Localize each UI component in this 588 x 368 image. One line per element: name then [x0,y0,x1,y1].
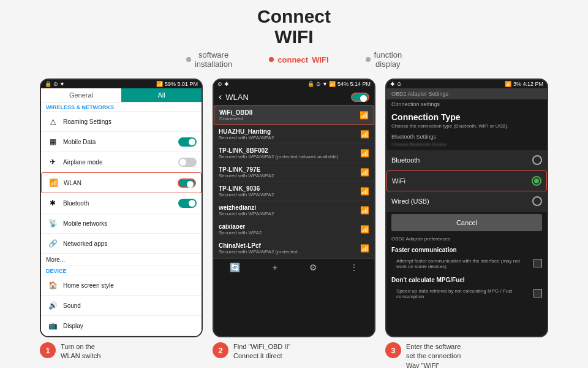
wifi-signal-icon5: 📶 [360,187,369,196]
wifi-china-sub: Secured with WPA/WPA2 (protected... [219,249,356,255]
wlan-toggle[interactable] [178,178,196,188]
wifi-weizhe-sub: Secured with WPA/WPA2 [219,211,356,217]
caption1-text: Turn on the WLAN switch [61,342,100,361]
wifi-tp3-name: TP-LINK_9036 [219,185,356,192]
homescreen-label: Home screen style [63,282,197,289]
page-header: Connect WIFI softwareinstallation connec… [0,0,588,72]
networked-apps-icon: 🔗 [46,237,59,250]
option-wired[interactable]: Wired (USB) [386,191,547,212]
wifi-radio[interactable] [532,176,541,186]
wifi-signal-icon4: 📶 [360,168,369,177]
wifi-signal-icon2: 📶 [360,130,369,139]
wifi-tp1-row[interactable]: TP-LINK_8BF002 Secured with WPA/WPA2 (pr… [214,144,374,163]
wifi-signal-icon6: 📶 [360,206,369,215]
conn-type-title: Connection Type [386,109,547,123]
bluetooth-radio[interactable] [532,155,542,165]
networked-apps-label: Networked apps [63,240,197,247]
step-function: functiondisplay [366,50,402,69]
wlan-icon: 📶 [47,176,60,190]
captions-area: 1 Turn on the WLAN switch 2 Find "WiFi_O… [0,337,588,368]
tab-bar: General All [41,88,202,102]
faster-comm-row[interactable]: Attempt faster communication with the in… [386,256,547,274]
wired-radio[interactable] [532,196,542,206]
step-wifi: connect WIFI [269,55,328,64]
option-bluetooth-label: Bluetooth [391,156,527,164]
wifi-caixi-row[interactable]: caixiaoer Secured with WPA2 📶 [214,220,374,239]
wifi-tp1-name: TP-LINK_8BF002 [219,147,356,154]
more-option[interactable]: More... [41,254,202,266]
wifi-china-row[interactable]: ChinaNet-LPcf Secured with WPA/WPA2 (pro… [214,239,374,258]
homescreen-icon: 🏠 [46,278,59,292]
option-bluetooth[interactable]: Bluetooth [386,150,547,171]
bluetooth-label: Bluetooth [63,200,175,207]
wifi-tp2-row[interactable]: TP-LINK_797E Secured with WPA/WPA2 📶 [214,163,374,182]
caption2: 2 Find "WiFi_OBD II" Connect it direct [213,342,375,368]
wifi-china-name: ChinaNet-LPcf [219,242,356,249]
airplane-icon: ✈ [46,155,59,169]
wifi-tp2-name: TP-LINK_797E [219,166,356,173]
faster-comm-title: Faster communication [386,244,547,256]
more-icon[interactable]: ⋮ [350,263,358,272]
conn-adapter-header: OBD2 Adapter Settings [386,88,547,99]
refresh-icon[interactable]: 🔄 [230,263,240,272]
wireless-section-label: WIRELESS & NETWORKS [41,102,202,112]
cancel-button[interactable]: Cancel [391,214,542,231]
step3-dot [366,57,371,62]
faster-comm-checkbox[interactable] [533,259,542,267]
wifi-caixi-sub: Secured with WPA2 [219,230,356,236]
setting-networked-apps[interactable]: 🔗 Networked apps [41,234,202,254]
dont-calc-title: Don't calculate MPG/Fuel [386,274,547,286]
setting-mobile-data[interactable]: ▦ Mobile Data [41,132,202,152]
faster-comm-sub: Attempt faster communication with the in… [391,258,530,272]
settings-icon[interactable]: ⚙ [309,263,317,272]
setting-homescreen[interactable]: 🏠 Home screen style [41,275,202,296]
setting-airplane[interactable]: ✈ Airplane mode [41,152,202,172]
airplane-label: Airplane mode [63,159,175,166]
tab-all[interactable]: All [121,88,202,102]
wifi-obdii-row[interactable]: WiFi_OBDII Connected 📶 [214,105,374,125]
step1-dot [186,57,191,62]
setting-wlan[interactable]: 📶 WLAN [41,172,202,193]
phone2: ⊙ ✱ 🔒 ⊙ ▼ 📶 54% 5:14 PM ‹ WLAN WiFi_OBDI… [213,79,375,337]
setting-bluetooth[interactable]: ✱ Bluetooth [41,193,202,213]
setting-mobile-networks[interactable]: 📡 Mobile networks [41,213,202,234]
wifi-huazhu-name: HUAZHU_Hanting [219,128,356,135]
bluetooth-toggle[interactable] [178,199,197,208]
caption2-text: Find "WiFi_OBD II" Connect it direct [233,342,290,361]
wlan-title: WLAN [225,93,347,102]
setting-roaming[interactable]: △ Roaming Settings [41,112,202,132]
dont-calc-row[interactable]: Speed up data retrieval by not calculati… [386,286,547,304]
mobile-data-toggle[interactable] [178,137,197,147]
display-label: Display [63,323,197,329]
setting-sound[interactable]: 🔊 Sound [41,296,202,316]
wifi-weizhe-name: weizhedianzi [219,204,356,211]
wifi-caixi-name: caixiaoer [219,223,356,230]
airplane-toggle[interactable] [178,158,197,167]
phone3-status-bar: ✱ ⊙ 📶 3% 4:12 PM [386,80,547,88]
dont-calc-checkbox[interactable] [533,289,542,297]
mobile-data-icon: ▦ [46,135,59,148]
caption3: 3 Enter the software set the connection … [385,342,548,368]
phone1-status-bar: 🔒 ⊙ ▼ 📶 59% 5:01 PM [41,80,202,88]
main-content: 🔒 ⊙ ▼ 📶 59% 5:01 PM General All WIRELESS… [0,72,588,337]
conn-bt-section: Bluetooth Settings [386,132,547,142]
add-icon[interactable]: + [273,263,277,272]
device-section-label: DEVICE [41,266,202,275]
tab-general[interactable]: General [41,88,121,102]
wifi-huazhu-row[interactable]: HUAZHU_Hanting Secured with WPA/WPA2 📶 [214,125,374,144]
wifi-tp3-row[interactable]: TP-LINK_9036 Secured with WPA/WPA2 📶 [214,182,374,201]
wlan-label: WLAN [64,180,174,186]
conn-type-subtitle: Choose the connection type (Bluetooth, W… [386,123,547,132]
phone2-status-bar: ⊙ ✱ 🔒 ⊙ ▼ 📶 54% 5:14 PM [214,80,374,88]
wifi-tp1-sub: Secured with WPA/WPA2 (protected network… [219,154,356,159]
back-icon[interactable]: ‹ [219,91,222,102]
option-wifi[interactable]: WiFi [386,171,547,191]
wifi-signal-icon7: 📶 [360,225,369,234]
steps-bar: softwareinstallation connect WIFI functi… [0,50,588,69]
setting-display[interactable]: 📺 Display [41,316,202,336]
wifi-weizhe-row[interactable]: weizhedianzi Secured with WPA/WPA2 📶 [214,201,374,220]
wlan-screen-toggle[interactable] [351,93,369,102]
step2-dot [269,57,274,62]
wifi-signal-icon: 📶 [360,111,369,120]
mobile-networks-icon: 📡 [46,217,59,230]
